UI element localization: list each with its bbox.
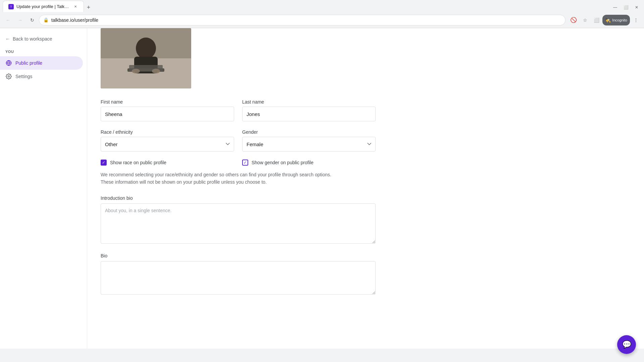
race-select[interactable]: Other Asian Black or African American Hi… — [101, 137, 234, 152]
back-to-workspace-label: Back to workspace — [13, 36, 52, 42]
maximize-button[interactable]: ⬜ — [621, 3, 631, 12]
bio-textarea[interactable] — [101, 261, 376, 295]
gender-label: Gender — [242, 129, 376, 135]
first-name-group: First name — [101, 99, 234, 121]
show-race-text: Show race on public profile — [110, 160, 166, 165]
race-group: Race / ethnicity Other Asian Black or Af… — [101, 129, 234, 152]
tab-favicon: T — [8, 4, 14, 9]
gender-select[interactable]: Female Male Non-binary Prefer not to say… — [242, 137, 376, 152]
svg-point-10 — [132, 69, 140, 73]
checkmark-icon: ✓ — [102, 161, 105, 165]
last-name-label: Last name — [242, 99, 376, 105]
visibility-checkboxes-row: ✓ Show race on public profile ✓ Show gen… — [101, 160, 376, 166]
last-name-input[interactable] — [242, 107, 376, 121]
show-gender-group: ✓ Show gender on public profile — [242, 160, 376, 166]
menu-button[interactable]: ⋮ — [631, 15, 641, 25]
show-gender-checkbox[interactable]: ✓ — [242, 160, 248, 166]
svg-point-2 — [8, 76, 10, 77]
profile-image-placeholder — [101, 28, 191, 88]
split-view-icon[interactable]: ⬜ — [591, 15, 602, 25]
profile-image-area — [101, 28, 376, 88]
intro-bio-textarea[interactable] — [101, 203, 376, 244]
sidebar-item-settings[interactable]: Settings — [0, 70, 83, 83]
gender-group: Gender Female Male Non-binary Prefer not… — [242, 129, 376, 152]
info-text-line2: These information will not be shown on y… — [101, 179, 267, 185]
chat-support-button[interactable]: 💬 — [617, 335, 636, 354]
eye-off-icon: 🚫 — [568, 15, 579, 25]
intro-bio-label: Introduction bio — [101, 195, 376, 201]
show-gender-text: Show gender on public profile — [252, 160, 313, 165]
bookmark-icon[interactable]: ☆ — [580, 15, 590, 25]
back-arrow-icon: ← — [5, 36, 10, 42]
incognito-badge: 🕵 Incognito — [602, 15, 630, 25]
back-button[interactable]: ← — [3, 15, 13, 25]
sidebar-item-public-profile[interactable]: Public profile — [0, 56, 83, 70]
globe-icon — [5, 60, 12, 66]
main-content: First name Last name Race / ethnicity Ot… — [87, 28, 644, 349]
browser-toolbar: ← → ↻ 🔒 talkbase.io/user/profile 🚫 ☆ ⬜ 🕵… — [0, 12, 644, 28]
minimize-button[interactable]: — — [610, 3, 620, 12]
tab-strip: T Update your profile | Talkbase... ✕ + … — [0, 0, 644, 12]
svg-point-6 — [136, 38, 156, 59]
forward-button[interactable]: → — [15, 15, 25, 25]
sidebar-section-label: YOU — [0, 50, 87, 56]
toolbar-icons: 🚫 ☆ ⬜ 🕵 Incognito ⋮ — [568, 15, 641, 25]
show-gender-label[interactable]: ✓ Show gender on public profile — [242, 160, 376, 166]
sidebar: ← Back to workspace YOU Public profile — [0, 28, 87, 349]
chat-icon: 💬 — [622, 340, 631, 349]
incognito-label: Incognito — [612, 18, 627, 22]
close-window-button[interactable]: ✕ — [632, 3, 641, 12]
url-display: talkbase.io/user/profile — [51, 17, 561, 23]
svg-point-11 — [152, 69, 160, 73]
settings-label: Settings — [15, 74, 33, 79]
window-controls: — ⬜ ✕ — [610, 3, 641, 12]
content-area: First name Last name Race / ethnicity Ot… — [87, 28, 389, 317]
gender-checkmark-icon: ✓ — [244, 161, 247, 165]
public-profile-label: Public profile — [15, 60, 42, 66]
back-to-workspace-link[interactable]: ← Back to workspace — [0, 34, 87, 44]
first-name-input[interactable] — [101, 107, 234, 121]
bio-label: Bio — [101, 253, 376, 258]
new-tab-button[interactable]: + — [84, 3, 93, 12]
page-container: ← Back to workspace YOU Public profile — [0, 28, 644, 349]
reload-button[interactable]: ↻ — [27, 15, 38, 25]
tab-close-button[interactable]: ✕ — [73, 4, 78, 9]
bio-section: Bio — [101, 253, 376, 296]
address-bar[interactable]: 🔒 talkbase.io/user/profile — [39, 15, 566, 25]
race-label: Race / ethnicity — [101, 129, 234, 135]
settings-icon — [5, 73, 12, 80]
race-gender-form-row: Race / ethnicity Other Asian Black or Af… — [101, 129, 376, 152]
first-name-label: First name — [101, 99, 234, 105]
show-race-group: ✓ Show race on public profile — [101, 160, 234, 166]
info-text-line1: We recommend selecting your race/ethnici… — [101, 172, 331, 177]
show-race-label[interactable]: ✓ Show race on public profile — [101, 160, 234, 166]
last-name-group: Last name — [242, 99, 376, 121]
name-form-row: First name Last name — [101, 99, 376, 121]
profile-image[interactable] — [101, 28, 191, 88]
active-tab[interactable]: T Update your profile | Talkbase... ✕ — [3, 1, 84, 12]
intro-bio-section: Introduction bio — [101, 195, 376, 245]
info-text-block: We recommend selecting your race/ethnici… — [101, 171, 376, 186]
tab-title: Update your profile | Talkbase... — [16, 4, 70, 9]
show-race-checkbox[interactable]: ✓ — [101, 160, 107, 166]
lock-icon: 🔒 — [43, 17, 49, 22]
